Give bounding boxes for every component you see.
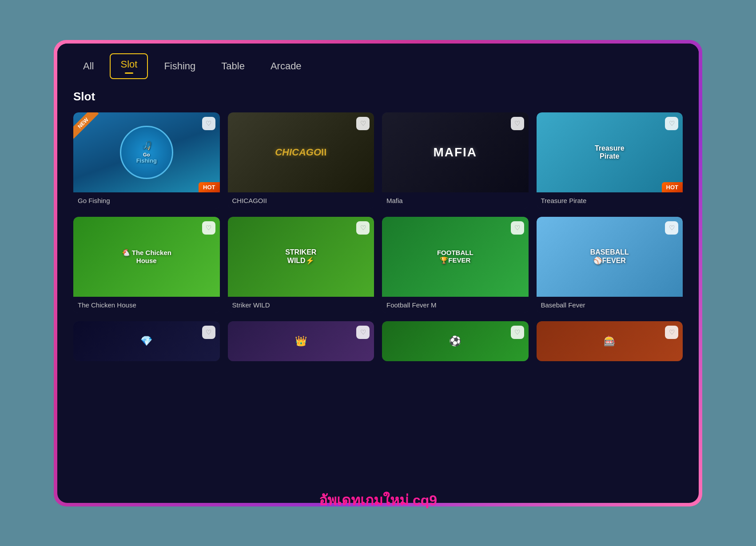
game-card-chicken-house[interactable]: 🐔 The ChickenHouse ♡ The Chicken House [73,217,220,313]
games-row-1: NEW 🎣 Go Fishing HOT ♡ Go Fishing [73,112,683,209]
game-name-football-fever: Football Fever M [382,297,529,313]
game-card-striker-wild[interactable]: STRIKERWILD⚡ ♡ Striker WILD [228,217,374,313]
game-thumb-r3-2: 👑 ♡ [228,321,374,361]
game-name-baseball-fever: Baseball Fever [537,297,683,313]
outer-frame: All Slot Fishing Table Arcade Slot NEW [54,40,702,506]
favorite-btn-r3-2[interactable]: ♡ [356,326,370,339]
game-thumb-r3-4: 🎰 ♡ [537,321,683,361]
game-thumb-go-fishing: NEW 🎣 Go Fishing HOT ♡ [73,112,220,192]
favorite-btn-r3-3[interactable]: ♡ [511,326,524,339]
nav-item-table[interactable]: Table [211,56,255,76]
game-thumb-baseball-fever: BASEBALL⚾FEVER ♡ [537,217,683,297]
badge-new-go-fishing: NEW [73,112,102,141]
game-card-baseball-fever[interactable]: BASEBALL⚾FEVER ♡ Baseball Fever [537,217,683,313]
game-card-r3-4[interactable]: 🎰 ♡ [537,321,683,361]
badge-new-label: NEW [73,112,99,139]
go-fishing-circle-art: 🎣 Go Fishing [120,126,173,179]
game-thumb-treasure-pirate: TreasurePirate HOT ♡ [537,112,683,192]
game-card-go-fishing[interactable]: NEW 🎣 Go Fishing HOT ♡ Go Fishing [73,112,220,209]
game-card-r3-3[interactable]: ⚽ ♡ [382,321,529,361]
favorite-btn-baseball-fever[interactable]: ♡ [665,221,678,235]
game-card-chicago2[interactable]: CHICAGOII ♡ CHICAGOII [228,112,374,209]
game-card-football-fever[interactable]: FOOTBALL🏆FEVER ♡ Football Fever M [382,217,529,313]
game-card-treasure-pirate[interactable]: TreasurePirate HOT ♡ Treasure Pirate [537,112,683,209]
section-title: Slot [73,90,683,104]
game-name-striker-wild: Striker WILD [228,297,374,313]
footer-area: อัพเดทเกมใหม่ cq9 [0,480,756,516]
favorite-btn-chicken-house[interactable]: ♡ [202,221,215,235]
game-thumb-chicago2: CHICAGOII ♡ [228,112,374,192]
game-thumb-mafia: MAFIA ♡ [382,112,529,192]
game-card-mafia[interactable]: MAFIA ♡ Mafia [382,112,529,209]
nav-item-arcade[interactable]: Arcade [261,56,311,76]
favorite-btn-football-fever[interactable]: ♡ [511,221,524,235]
game-thumb-r3-1: 💎 ♡ [73,321,220,361]
favorite-btn-striker-wild[interactable]: ♡ [356,221,370,235]
badge-hot-treasure: HOT [662,182,683,192]
game-thumb-r3-3: ⚽ ♡ [382,321,529,361]
game-name-go-fishing: Go Fishing [73,192,220,209]
badge-hot-go-fishing: HOT [199,182,219,192]
game-card-r3-1[interactable]: 💎 ♡ [73,321,220,361]
favorite-btn-mafia[interactable]: ♡ [511,117,524,130]
game-card-r3-2[interactable]: 👑 ♡ [228,321,374,361]
nav-item-slot[interactable]: Slot [110,53,148,79]
games-row-3: 💎 ♡ 👑 ♡ ⚽ ♡ [73,321,683,361]
game-thumb-striker-wild: STRIKERWILD⚡ ♡ [228,217,374,297]
nav-item-all[interactable]: All [73,56,103,76]
nav-item-fishing[interactable]: Fishing [154,56,205,76]
game-name-treasure-pirate: Treasure Pirate [537,192,683,209]
main-container: All Slot Fishing Table Arcade Slot NEW [57,44,699,503]
favorite-btn-treasure-pirate[interactable]: ♡ [665,117,678,130]
game-name-mafia: Mafia [382,192,529,209]
footer-text: อัพเดทเกมใหม่ cq9 [0,480,756,516]
game-thumb-chicken-house: 🐔 The ChickenHouse ♡ [73,217,220,297]
games-row-2: 🐔 The ChickenHouse ♡ The Chicken House S… [73,217,683,313]
game-name-chicago2: CHICAGOII [228,192,374,209]
favorite-btn-r3-4[interactable]: ♡ [665,326,678,339]
favorite-btn-r3-1[interactable]: ♡ [202,326,215,339]
nav-bar: All Slot Fishing Table Arcade [57,44,699,79]
favorite-btn-go-fishing[interactable]: ♡ [202,117,215,130]
favorite-btn-chicago2[interactable]: ♡ [356,117,370,130]
game-thumb-football-fever: FOOTBALL🏆FEVER ♡ [382,217,529,297]
game-name-chicken-house: The Chicken House [73,297,220,313]
content-area: Slot NEW 🎣 Go Fishing [57,79,699,503]
